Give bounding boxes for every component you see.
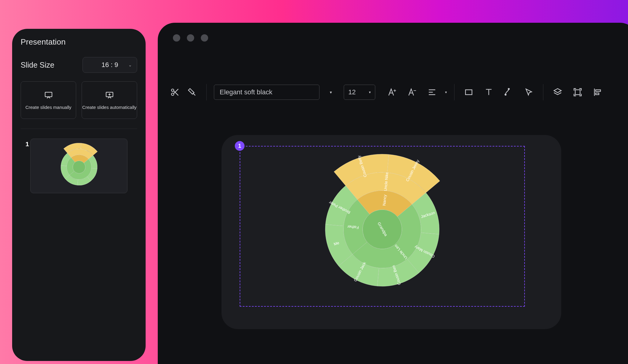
font-decrease-icon <box>407 87 417 97</box>
decrease-font-button[interactable] <box>405 85 419 99</box>
svg-rect-5 <box>465 90 472 95</box>
scissors-icon <box>170 87 180 97</box>
divider <box>206 84 207 100</box>
selection-box[interactable]: 1 NancyUncle NikeCousin BettyCousin Jenn… <box>240 146 525 307</box>
window-controls <box>173 34 208 42</box>
increase-font-button[interactable] <box>385 85 399 99</box>
maximize-window-icon[interactable] <box>201 34 208 42</box>
font-increase-icon <box>387 87 397 97</box>
create-manual-button[interactable]: Create slides manually <box>21 81 76 119</box>
divider <box>21 129 137 129</box>
svg-rect-10 <box>596 93 599 95</box>
svg-rect-9 <box>596 90 600 91</box>
align-button[interactable] <box>425 85 439 99</box>
svg-point-7 <box>508 88 509 89</box>
slide-thumbnail-wrap: 1 <box>30 139 127 193</box>
create-auto-button[interactable]: Create slides automatically <box>82 81 137 119</box>
slide-size-label: Slide Size <box>21 61 54 69</box>
slide-size-row: Slide Size 16 : 9 ⌄ <box>21 57 137 73</box>
cursor-button[interactable] <box>522 85 536 99</box>
align-objects-button[interactable] <box>591 85 605 99</box>
caret-down-icon[interactable]: ▾ <box>445 90 447 94</box>
format-painter-button[interactable] <box>185 85 199 99</box>
sunburst-chart[interactable]: NancyUncle NikeCousin BettyCousin JennyU… <box>297 141 467 311</box>
align-left-icon <box>593 87 603 97</box>
shape-button[interactable] <box>462 85 476 99</box>
group-button[interactable] <box>571 85 585 99</box>
divider <box>454 84 454 100</box>
svg-rect-8 <box>575 90 580 95</box>
chevron-down-icon: ⌄ <box>128 62 132 67</box>
divider <box>543 84 543 100</box>
font-size-value: 12 <box>348 88 356 96</box>
create-manual-label: Create slides manually <box>25 105 72 110</box>
layers-button[interactable] <box>551 85 565 99</box>
svg-point-6 <box>505 94 506 95</box>
text-icon <box>484 87 494 97</box>
group-icon <box>573 87 582 97</box>
font-family-select[interactable]: Elegant soft black <box>214 85 319 100</box>
presentation-plus-icon <box>105 91 114 100</box>
text-button[interactable] <box>482 85 496 99</box>
layers-icon <box>553 87 562 97</box>
font-family-dropdown[interactable]: ▾ <box>326 85 336 100</box>
thumbnail-chart <box>31 139 127 193</box>
slide-size-value: 16 : 9 <box>101 61 118 69</box>
slide-number: 1 <box>25 140 29 148</box>
presentation-icon <box>44 91 53 100</box>
paint-icon <box>187 87 197 97</box>
close-window-icon[interactable] <box>173 34 180 42</box>
presentation-panel: Presentation Slide Size 16 : 9 ⌄ Create … <box>12 29 146 361</box>
panel-title: Presentation <box>21 37 137 47</box>
svg-rect-0 <box>45 92 52 97</box>
slide-thumbnail[interactable] <box>30 139 127 193</box>
editor-toolbar: Elegant soft black ▾ 12 ▾ ▾ <box>168 80 628 104</box>
create-auto-label: Create slides automatically <box>82 105 137 110</box>
font-family-value: Elegant soft black <box>220 88 272 96</box>
caret-down-icon: ▾ <box>330 90 332 95</box>
font-size-select[interactable]: 12 ▾ <box>344 85 375 100</box>
caret-down-icon: ▾ <box>369 90 371 94</box>
cut-button[interactable] <box>168 85 182 99</box>
align-icon <box>427 87 437 97</box>
editor-window: Elegant soft black ▾ 12 ▾ ▾ <box>158 23 628 364</box>
selection-badge: 1 <box>235 141 245 151</box>
cursor-icon <box>524 87 534 97</box>
slide-size-select[interactable]: 16 : 9 ⌄ <box>83 57 137 73</box>
create-buttons-row: Create slides manually Create slides aut… <box>21 81 137 119</box>
line-icon <box>504 87 514 97</box>
minimize-window-icon[interactable] <box>187 34 194 42</box>
line-button[interactable] <box>502 85 516 99</box>
rectangle-icon <box>464 87 474 97</box>
